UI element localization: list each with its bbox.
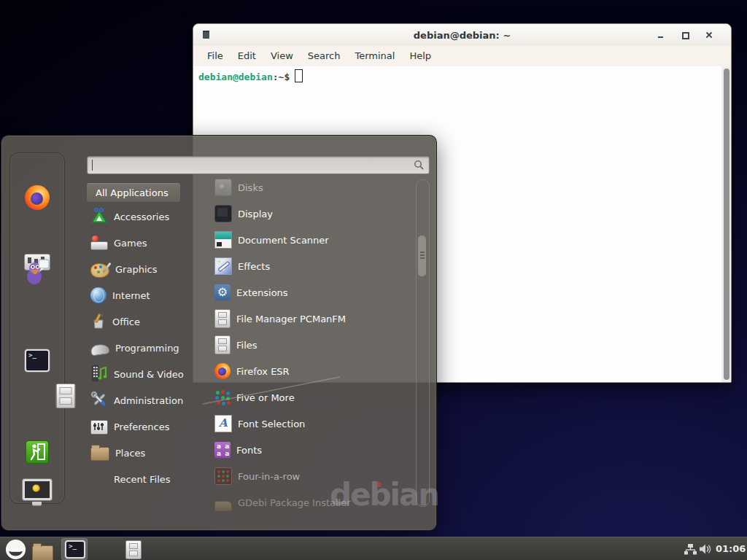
menu-search[interactable]: Search: [301, 46, 348, 66]
office-icon: [90, 313, 107, 331]
menu-edit[interactable]: Edit: [231, 46, 263, 66]
category-label: Places: [115, 448, 145, 459]
file-cabinet-icon: [214, 335, 231, 354]
menu-scrollbar-thumb[interactable]: [418, 236, 426, 276]
terminal-cursor: [295, 69, 303, 82]
app-label: Font Selection: [238, 419, 305, 429]
terminal-scrollbar[interactable]: [721, 66, 731, 382]
terminal-menubar: File Edit View Search Terminal Help: [193, 46, 731, 66]
terminal-title: debian@debian: ~: [193, 30, 731, 41]
app-label: Extensions: [236, 287, 288, 298]
file-cabinet-icon[interactable]: [56, 384, 76, 408]
prompt-user-host: debian@debian: [198, 71, 273, 82]
administration-icon: [90, 391, 108, 411]
category-office[interactable]: Office: [86, 308, 204, 335]
effects-icon: [214, 257, 232, 275]
app-file-manager-pcmanfm[interactable]: File Manager PCManFM: [210, 306, 411, 332]
app-label: Files: [236, 340, 258, 351]
prompt-path: :~$: [273, 71, 290, 82]
minimize-button[interactable]: [657, 31, 665, 39]
volume-icon[interactable]: [699, 543, 712, 558]
app-label: Four-in-a-row: [238, 471, 300, 482]
category-all-applications[interactable]: All Applications: [86, 182, 181, 203]
disks-icon: [214, 179, 232, 196]
app-four-in-a-row[interactable]: Four-in-a-row: [210, 463, 411, 489]
shell-prompt: debian@debian:~$: [198, 69, 303, 82]
menu-scrollbar[interactable]: [416, 179, 430, 507]
menu-button[interactable]: [5, 539, 26, 560]
pidgin-icon[interactable]: [24, 258, 50, 289]
close-button[interactable]: [705, 31, 713, 39]
file-manager-folder-icon[interactable]: [32, 545, 53, 560]
terminal-scrollbar-thumb[interactable]: [724, 69, 729, 380]
display-icon: [214, 205, 232, 222]
app-label: GDebi Package Installer: [238, 497, 351, 508]
logout-icon[interactable]: [26, 440, 49, 467]
app-effects[interactable]: Effects: [210, 253, 411, 279]
category-label: Administration: [114, 395, 183, 406]
category-label: Graphics: [115, 264, 157, 275]
file-cabinet-icon: [214, 309, 231, 328]
firefox-icon[interactable]: [25, 185, 50, 210]
file-cabinet-icon[interactable]: [125, 540, 142, 559]
maximize-button[interactable]: [681, 31, 689, 39]
programming-icon: [90, 343, 110, 356]
category-programming[interactable]: Programming: [86, 335, 204, 361]
app-label: Document Scanner: [238, 235, 329, 246]
app-five-or-more[interactable]: Five or More: [210, 384, 411, 411]
app-label: Display: [238, 209, 273, 219]
app-font-selection[interactable]: Font Selection: [210, 411, 411, 437]
category-label: All Applications: [96, 187, 169, 198]
preferences-icon: [90, 420, 108, 435]
search-icon: [414, 160, 425, 171]
category-preferences[interactable]: Preferences: [86, 413, 204, 440]
category-graphics[interactable]: Graphics: [86, 256, 204, 282]
taskbar-clock[interactable]: 01:06: [716, 537, 746, 560]
application-menu: All Applications Accessories Games Graph…: [1, 135, 437, 531]
app-label: Disks: [238, 182, 263, 193]
app-document-scanner[interactable]: Document Scanner: [210, 227, 411, 253]
app-gdebi-package-installer[interactable]: GDebi Package Installer: [210, 489, 411, 516]
text-caret: [92, 160, 93, 171]
category-label: Programming: [115, 343, 179, 354]
sound-video-icon: [90, 365, 108, 384]
accessories-icon: [90, 208, 108, 226]
internet-icon: [90, 287, 107, 303]
terminal-titlebar: debian@debian: ~: [193, 24, 731, 47]
network-icon[interactable]: [684, 544, 697, 558]
app-extensions[interactable]: Extensions: [210, 279, 411, 306]
category-label: Accessories: [114, 211, 169, 222]
four-in-a-row-icon: [214, 467, 232, 485]
favorites-sidebar: [9, 152, 65, 504]
category-places[interactable]: Places: [86, 440, 204, 466]
app-label: File Manager PCManFM: [236, 314, 346, 324]
five-or-more-icon: [214, 389, 231, 405]
category-accessories[interactable]: Accessories: [86, 203, 204, 230]
app-disks[interactable]: Disks: [210, 174, 411, 201]
gdebi-icon: [214, 501, 232, 511]
category-label: Games: [114, 238, 147, 249]
app-fonts[interactable]: Fonts: [210, 437, 411, 463]
app-files[interactable]: Files: [210, 332, 411, 358]
app-firefox-esr[interactable]: Firefox ESR: [210, 358, 411, 384]
category-internet[interactable]: Internet: [86, 282, 204, 308]
menu-file[interactable]: File: [200, 46, 231, 66]
category-label: Sound & Video: [114, 369, 184, 380]
graphics-icon: [90, 263, 109, 278]
category-sound-video[interactable]: Sound & Video: [86, 361, 204, 387]
menu-help[interactable]: Help: [402, 46, 438, 66]
app-label: Firefox ESR: [236, 366, 290, 377]
terminal-icon[interactable]: [25, 349, 50, 372]
category-label: Preferences: [114, 421, 169, 432]
font-selection-icon: [214, 415, 232, 432]
games-icon: [90, 235, 108, 251]
lock-screen-icon[interactable]: [23, 479, 52, 500]
app-display[interactable]: Display: [210, 201, 411, 227]
category-recent-files[interactable]: Recent Files: [86, 466, 204, 492]
menu-view[interactable]: View: [263, 46, 301, 66]
taskbar-terminal-button[interactable]: [61, 538, 88, 560]
menu-terminal[interactable]: Terminal: [347, 46, 402, 66]
category-administration[interactable]: Administration: [86, 387, 204, 413]
search-input[interactable]: [87, 156, 430, 174]
category-games[interactable]: Games: [86, 230, 204, 256]
